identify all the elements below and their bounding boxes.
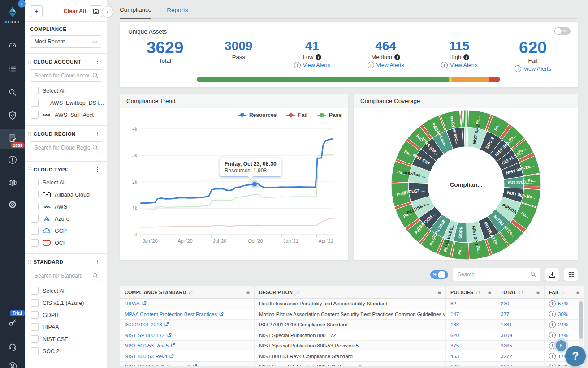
- info-icon[interactable]: i: [316, 54, 321, 60]
- policies-link[interactable]: 620: [450, 364, 459, 366]
- info-icon[interactable]: i: [463, 54, 469, 60]
- rail-item-settings[interactable]: [0, 196, 25, 215]
- drag-handle-icon[interactable]: [28, 60, 31, 64]
- column-settings-button[interactable]: [564, 268, 578, 281]
- standard-link[interactable]: NIST 800-53 Rev 5: [125, 343, 169, 348]
- policies-link[interactable]: 375: [450, 343, 459, 348]
- filter-item[interactable]: Azure: [28, 213, 102, 225]
- checkbox[interactable]: [31, 111, 39, 119]
- info-icon[interactable]: i: [394, 54, 400, 60]
- external-link-icon[interactable]: [171, 343, 175, 348]
- column-menu-icon[interactable]: ≡: [246, 289, 250, 295]
- total-link[interactable]: 1331: [501, 322, 512, 327]
- standard-link[interactable]: NIST SP 800-172: [125, 333, 165, 338]
- rail-item-key[interactable]: [0, 313, 25, 333]
- filter-item[interactable]: CIS v1.1 (Azure): [28, 297, 102, 309]
- standard-link[interactable]: MPAA Content Protection Best Practices: [125, 312, 217, 317]
- checkbox[interactable]: [31, 335, 39, 343]
- scrollbar-thumb[interactable]: [579, 301, 583, 339]
- filter-item[interactable]: Alibaba Cloud: [28, 188, 102, 201]
- filter-item[interactable]: HIPAA: [28, 321, 102, 333]
- filter-item[interactable]: awsAWS_Sull_Acct: [28, 109, 102, 121]
- tab-reports[interactable]: Reports: [167, 7, 188, 18]
- percent-toggle-on[interactable]: %: [430, 270, 448, 279]
- view-alerts-link[interactable]: !View Alerts: [275, 62, 349, 68]
- standard-link[interactable]: NIST 800-53 Rev4: [125, 354, 167, 359]
- filter-item[interactable]: Select All: [28, 285, 102, 297]
- rail-item-dashboard[interactable]: [0, 37, 25, 56]
- checkbox[interactable]: [31, 179, 39, 186]
- filter-item[interactable]: awsAWS: [28, 201, 102, 213]
- filter-item[interactable]: OCI: [28, 237, 102, 249]
- collapse-panel-button[interactable]: ‹: [102, 6, 113, 17]
- column-menu-icon[interactable]: ≡: [488, 289, 491, 295]
- column-header-description[interactable]: DESCRIPTION↓↑≡: [255, 286, 446, 298]
- column-menu-icon[interactable]: ≡: [576, 289, 579, 295]
- fail-percent[interactable]: 24%: [558, 322, 568, 327]
- checkbox[interactable]: [31, 203, 39, 210]
- add-filter-button[interactable]: +: [30, 5, 43, 17]
- checkbox[interactable]: [31, 347, 39, 355]
- checkbox[interactable]: [31, 99, 39, 107]
- standard-link[interactable]: ISO 27001:2013: [125, 322, 162, 327]
- rail-item-containers[interactable]: [0, 174, 25, 193]
- checkbox[interactable]: [31, 323, 39, 331]
- view-alerts-link[interactable]: !View Alerts: [496, 65, 570, 72]
- coverage-fail-segment[interactable]: [465, 110, 466, 127]
- filter-item[interactable]: NIST CSF: [28, 333, 102, 345]
- download-button[interactable]: [545, 268, 559, 281]
- view-alerts-link[interactable]: !View Alerts: [423, 62, 496, 68]
- policies-link[interactable]: 147: [450, 312, 459, 317]
- kebab-menu-icon[interactable]: ⋮: [93, 58, 102, 65]
- table-row[interactable]: HIPAAHealth Insurance Portability and Ac…: [120, 299, 584, 309]
- filter-search-input[interactable]: [30, 141, 102, 154]
- filter-item[interactable]: Select All: [28, 85, 102, 97]
- column-header-fail[interactable]: FAIL↓≡: [545, 286, 584, 298]
- standard-link[interactable]: HIPAA: [125, 301, 140, 306]
- view-alerts-link[interactable]: !View Alerts: [349, 62, 423, 68]
- filter-item[interactable]: Select All: [28, 176, 102, 188]
- filter-item[interactable]: GCP: [28, 225, 102, 237]
- filter-search-input[interactable]: [30, 69, 102, 82]
- table-row[interactable]: MPAA Content Protection Best PracticesMo…: [120, 309, 584, 320]
- tab-compliance[interactable]: Compliance: [120, 6, 151, 19]
- fail-percent[interactable]: 57%: [558, 301, 568, 306]
- clear-all-button[interactable]: Clear All: [64, 8, 86, 14]
- table-row[interactable]: NIST 800-53 Rev4NIST 800-53 Rev4 Complia…: [120, 351, 584, 362]
- checkbox[interactable]: [31, 191, 39, 198]
- filter-search-input[interactable]: [30, 270, 102, 282]
- total-link[interactable]: 377: [501, 312, 509, 317]
- total-link[interactable]: 3609: [501, 333, 512, 338]
- external-link-icon[interactable]: [169, 354, 174, 359]
- filter-item[interactable]: AWS_Ewitkop_DST...: [28, 97, 102, 109]
- checkbox[interactable]: [31, 215, 39, 223]
- total-link[interactable]: 3272: [501, 354, 512, 359]
- sort-icon[interactable]: ↓↑: [295, 290, 300, 295]
- trend-hover-point[interactable]: [252, 182, 257, 186]
- policies-link[interactable]: 620: [450, 333, 459, 338]
- checkbox[interactable]: [31, 299, 39, 307]
- external-link-icon[interactable]: [142, 301, 147, 306]
- fail-percent[interactable]: 30%: [558, 312, 568, 317]
- policies-link[interactable]: 82: [450, 301, 456, 306]
- percent-toggle-off[interactable]: %: [554, 27, 571, 35]
- external-link-icon[interactable]: [193, 364, 197, 366]
- policies-link[interactable]: 453: [450, 354, 459, 359]
- app-logo[interactable]: CLOUD: [0, 6, 25, 24]
- rail-item-support[interactable]: [0, 338, 25, 357]
- rail-item-alerts[interactable]: [0, 151, 25, 171]
- sort-icon[interactable]: ↓↑: [188, 290, 193, 295]
- recency-dropdown[interactable]: Most Recent: [30, 35, 101, 48]
- checkbox[interactable]: [31, 87, 39, 94]
- external-link-icon[interactable]: [219, 312, 224, 317]
- drag-handle-icon[interactable]: [28, 167, 31, 171]
- legend-item-fail[interactable]: Fail: [286, 112, 307, 118]
- expand-nav-badge[interactable]: ›: [18, 0, 26, 8]
- filter-item[interactable]: SOC 2: [28, 345, 102, 357]
- drag-handle-icon[interactable]: [28, 260, 31, 264]
- column-menu-icon[interactable]: ≡: [536, 289, 540, 295]
- kebab-menu-icon[interactable]: ⋮: [93, 166, 102, 173]
- fail-percent[interactable]: 17%: [558, 364, 568, 366]
- policies-link[interactable]: 138: [450, 322, 459, 327]
- total-link[interactable]: 3265: [501, 343, 512, 348]
